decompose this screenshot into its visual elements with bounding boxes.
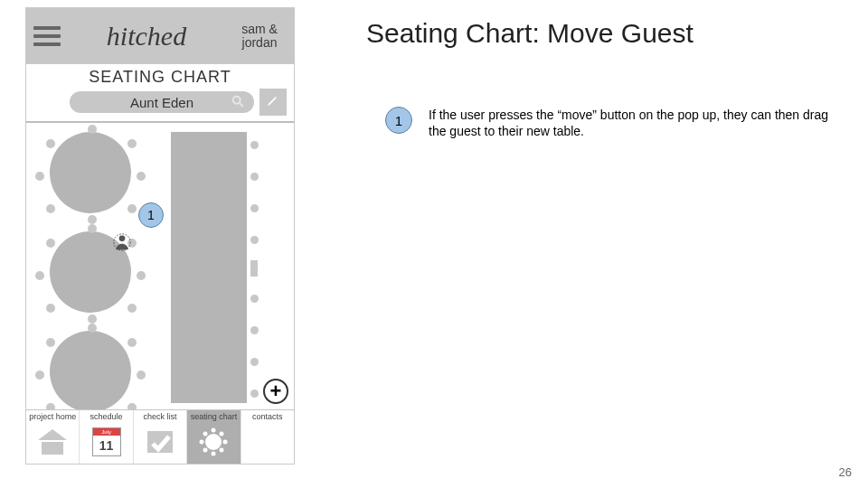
guest-token[interactable]: [113, 233, 131, 251]
svg-point-9: [212, 452, 216, 456]
seating-icon: [193, 425, 233, 459]
seat[interactable]: [250, 141, 259, 149]
seat[interactable]: [127, 403, 137, 409]
svg-marker-4: [38, 429, 67, 440]
seat[interactable]: [88, 215, 97, 224]
callout-bubble: 1: [138, 202, 164, 228]
callout-number: 1: [147, 208, 155, 222]
round-table[interactable]: [50, 132, 131, 213]
seat[interactable]: [88, 324, 97, 333]
seat[interactable]: [88, 224, 97, 233]
svg-point-16: [261, 429, 274, 442]
seat[interactable]: [46, 239, 55, 248]
seat[interactable]: [88, 314, 97, 324]
nav-project-home[interactable]: project home: [26, 410, 80, 464]
seat[interactable]: [46, 139, 55, 148]
seat[interactable]: [137, 172, 146, 181]
phone-mockup: hitched sam & jordan SEATING CHART Aunt …: [25, 7, 295, 465]
seat[interactable]: [46, 403, 55, 409]
step-text: If the user presses the “move” button on…: [429, 107, 835, 139]
seat[interactable]: [127, 139, 137, 148]
search-input[interactable]: Aunt Eden: [70, 91, 254, 113]
seat[interactable]: [88, 125, 97, 134]
seat[interactable]: [46, 204, 55, 213]
svg-point-2: [119, 236, 126, 242]
seat[interactable]: [250, 204, 259, 212]
seat[interactable]: [127, 304, 137, 313]
nav-label: schedule: [90, 412, 123, 423]
svg-point-12: [203, 432, 208, 436]
app-brand: hitched: [61, 21, 232, 52]
seat[interactable]: [250, 389, 259, 398]
person-icon: [248, 425, 288, 459]
seat-rect[interactable]: [250, 260, 258, 277]
app-header: hitched sam & jordan: [26, 8, 294, 64]
svg-line-1: [239, 102, 243, 107]
couple-line2: jordan: [232, 36, 287, 50]
bottom-nav: project home schedule July 11 check list: [26, 409, 294, 464]
nav-label: contacts: [252, 412, 283, 423]
svg-point-15: [220, 448, 224, 453]
seat[interactable]: [137, 371, 146, 380]
nav-label: seating chart: [191, 412, 238, 423]
seat[interactable]: [137, 271, 146, 280]
seat[interactable]: [250, 295, 259, 303]
seat[interactable]: [46, 304, 55, 313]
svg-point-11: [223, 440, 228, 445]
page-number: 26: [839, 465, 852, 479]
slide-title: Seating Chart: Move Guest: [366, 18, 693, 49]
edit-button[interactable]: [259, 89, 287, 116]
nav-schedule[interactable]: schedule July 11: [80, 410, 133, 464]
couple-line1: sam &: [232, 23, 287, 36]
add-table-button[interactable]: +: [263, 379, 288, 404]
long-table[interactable]: [171, 132, 247, 403]
seat[interactable]: [250, 358, 259, 366]
svg-rect-5: [42, 442, 63, 455]
subheader: SEATING CHART Aunt Eden: [26, 64, 294, 123]
svg-point-13: [220, 432, 224, 436]
couple-names: sam & jordan: [232, 23, 287, 51]
calendar-icon: July 11: [87, 425, 127, 459]
home-icon: [33, 425, 72, 459]
svg-point-8: [212, 428, 216, 433]
seat[interactable]: [35, 271, 44, 280]
seat[interactable]: [127, 338, 137, 347]
svg-point-7: [205, 434, 222, 450]
svg-point-14: [203, 448, 208, 453]
seat[interactable]: [46, 338, 55, 347]
svg-point-10: [200, 440, 204, 445]
nav-contacts[interactable]: contacts: [241, 410, 294, 464]
search-value: Aunt Eden: [130, 95, 193, 110]
svg-point-17: [258, 443, 278, 458]
nav-label: check list: [144, 412, 177, 423]
seat[interactable]: [250, 326, 259, 334]
seat[interactable]: [35, 172, 44, 181]
nav-seating-chart[interactable]: seating chart: [187, 410, 241, 464]
pencil-icon: [266, 93, 280, 111]
search-icon: [231, 94, 245, 108]
menu-icon[interactable]: [33, 26, 61, 46]
seat[interactable]: [127, 204, 137, 213]
nav-check-list[interactable]: check list: [134, 410, 187, 464]
step-number: 1: [395, 113, 402, 128]
seat[interactable]: [250, 236, 259, 244]
step-bubble: 1: [385, 107, 412, 134]
seat[interactable]: [35, 371, 44, 380]
seat[interactable]: [250, 173, 259, 181]
floor-plan[interactable]: 1 +: [26, 123, 294, 409]
check-icon: [140, 425, 180, 459]
page-title: SEATING CHART: [33, 68, 287, 87]
plus-icon: +: [270, 380, 282, 403]
step-row: 1 If the user presses the “move” button …: [385, 107, 835, 139]
round-table[interactable]: [50, 331, 131, 409]
nav-label: project home: [29, 412, 76, 423]
